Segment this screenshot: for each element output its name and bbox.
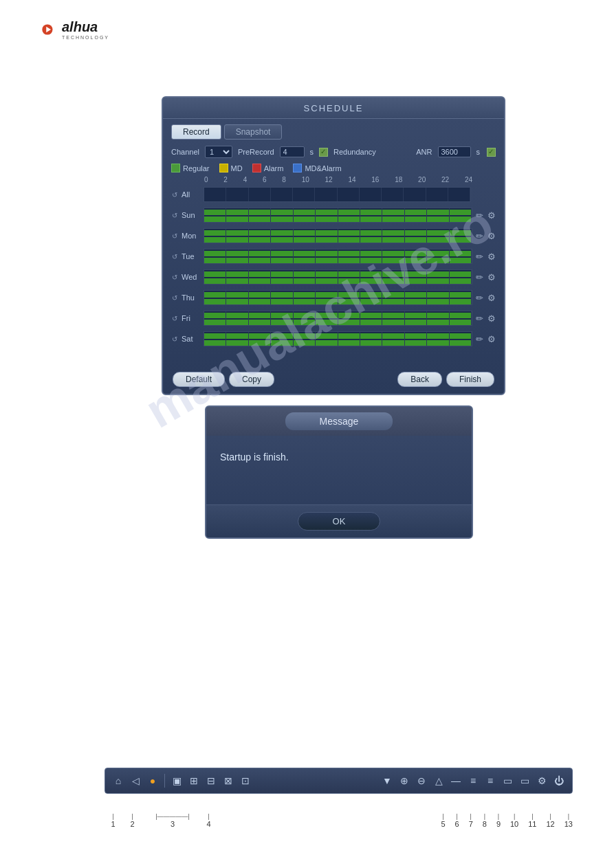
taskbar-label-10: 10 [510, 820, 518, 828]
mon-bar[interactable] [204, 228, 472, 243]
label-1-container: | 1 [105, 813, 122, 828]
day-row-mon: ↺ Mon ✏ ⚙ [170, 226, 497, 245]
forward-icon[interactable]: ● [145, 773, 160, 788]
thu-gear-btn[interactable]: ⚙ [486, 292, 497, 303]
fri-lock-icon: ↺ [170, 313, 179, 323]
channel-dropdown[interactable]: 1 [205, 146, 232, 158]
zoom-in-icon[interactable]: ⊕ [397, 773, 412, 788]
redundancy-label: Redundancy [333, 148, 376, 156]
menu2-icon[interactable]: ≡ [483, 773, 498, 788]
thu-edit-btn[interactable]: ✏ [474, 292, 485, 303]
layout2-icon[interactable]: ⊞ [186, 773, 201, 788]
hdd2-icon[interactable]: ▭ [517, 773, 532, 788]
label-6-container: | 6 [455, 813, 459, 828]
fri-bar[interactable] [204, 311, 472, 326]
hdd1-icon[interactable]: ▭ [500, 773, 515, 788]
sat-label: Sat [182, 335, 204, 343]
menu1-icon[interactable]: ≡ [465, 773, 481, 788]
wed-gear-btn[interactable]: ⚙ [486, 271, 497, 282]
wed-edit-btn[interactable]: ✏ [474, 271, 485, 282]
filter-icon[interactable]: ▼ [380, 773, 395, 788]
tab-record[interactable]: Record [171, 124, 221, 140]
legend-area: Regular MD Alarm MD&Alarm [163, 162, 504, 175]
back-button[interactable]: Back [397, 372, 442, 387]
legend-md-alarm-label: MD&Alarm [305, 164, 341, 173]
finish-button[interactable]: Finish [446, 372, 494, 387]
sun-grid [204, 208, 472, 222]
label-4-container: | 4 [200, 813, 217, 828]
ok-button[interactable]: OK [298, 512, 381, 531]
label-7-container: | 7 [469, 813, 473, 828]
mon-edit-btn[interactable]: ✏ [474, 230, 485, 241]
sun-gear-btn[interactable]: ⚙ [486, 210, 497, 221]
warning-icon[interactable]: △ [431, 773, 446, 788]
mon-gear-btn[interactable]: ⚙ [486, 230, 497, 241]
label-9-container: | 9 [496, 813, 501, 828]
day-row-wed: ↺ Wed ✏ ⚙ [170, 267, 497, 287]
sat-gear-btn[interactable]: ⚙ [486, 333, 497, 344]
sat-bar[interactable] [204, 331, 472, 346]
back-icon[interactable]: ◁ [128, 773, 143, 788]
layout3-icon[interactable]: ⊟ [204, 773, 219, 788]
tue-bar[interactable] [204, 249, 472, 264]
power-icon[interactable]: ⏻ [551, 773, 567, 788]
taskbar-label-7: 7 [469, 820, 473, 828]
schedule-bottom: Default Copy Back Finish [163, 365, 504, 394]
settings-icon[interactable]: ⚙ [534, 773, 549, 788]
all-grid [204, 188, 470, 201]
layout1-icon[interactable]: ▣ [169, 773, 184, 788]
schedule-title-bar: SCHEDULE [163, 98, 504, 119]
legend-md-label: MD [231, 164, 243, 173]
message-title: Message [320, 416, 359, 427]
taskbar-label-6: 6 [455, 820, 459, 828]
taskbar-right: ▼ ⊕ ⊖ △ — ≡ ≡ ▭ ▭ ⚙ ⏻ [380, 773, 567, 788]
tue-edit-btn[interactable]: ✏ [474, 251, 485, 262]
legend-regular-box [171, 164, 180, 173]
default-button[interactable]: Default [173, 372, 225, 387]
all-bar[interactable] [204, 187, 471, 202]
label-13-container: | 13 [564, 813, 573, 828]
copy-button[interactable]: Copy [229, 372, 274, 387]
sun-label: Sun [182, 211, 204, 219]
day-row-fri: ↺ Fri ✏ ⚙ [170, 309, 497, 328]
zoom-out-icon[interactable]: ⊖ [414, 773, 429, 788]
tue-gear-btn[interactable]: ⚙ [486, 251, 497, 262]
mon-label: Mon [182, 232, 204, 240]
layout5-icon[interactable]: ⊡ [238, 773, 253, 788]
wed-lock-icon: ↺ [170, 272, 179, 282]
anr-input[interactable] [438, 146, 471, 157]
wed-bar[interactable] [204, 269, 472, 285]
thu-label: Thu [182, 293, 204, 302]
minus-icon[interactable]: — [448, 773, 463, 788]
schedule-settings-row: Channel 1 PreRecord s Redundancy ANR s [163, 142, 504, 162]
taskbar-labels-right: | 5 | 6 | 7 | 8 | 9 | 10 | 11 | 12 [441, 813, 573, 828]
home-icon[interactable]: ⌂ [111, 773, 126, 788]
taskbar-label-1: 1 [111, 820, 115, 828]
anr-checkbox[interactable] [487, 148, 496, 157]
tab-snapshot[interactable]: Snapshot [224, 124, 283, 140]
legend-alarm-box [252, 164, 261, 173]
schedule-tabs: Record Snapshot [163, 119, 504, 142]
legend-regular-label: Regular [183, 164, 210, 173]
label-10-container: | 10 [510, 813, 518, 828]
fri-gear-btn[interactable]: ⚙ [486, 313, 497, 324]
thu-lock-icon: ↺ [170, 293, 179, 302]
anr-unit: s [476, 148, 481, 156]
label-12-container: | 12 [547, 813, 555, 828]
layout4-icon[interactable]: ⊠ [221, 773, 236, 788]
redundancy-checkbox[interactable] [319, 148, 328, 157]
message-text: Startup is finish. [220, 452, 289, 463]
label-11-container: | 11 [528, 813, 536, 828]
day-row-sun: ↺ Sun ✏ ⚙ [170, 205, 497, 225]
sat-edit-btn[interactable]: ✏ [474, 333, 485, 344]
sun-edit-btn[interactable]: ✏ [474, 210, 485, 221]
thu-bar[interactable] [204, 290, 472, 305]
taskbar-label-3: 3 [171, 820, 175, 828]
prerecord-unit: s [310, 148, 314, 156]
sun-bar[interactable] [204, 208, 472, 223]
label-5-container: | 5 [441, 813, 445, 828]
prerecord-input[interactable] [280, 146, 305, 157]
taskbar-label-9: 9 [496, 820, 501, 828]
fri-edit-btn[interactable]: ✏ [474, 313, 485, 324]
label-2-container: | 2 [124, 813, 141, 828]
